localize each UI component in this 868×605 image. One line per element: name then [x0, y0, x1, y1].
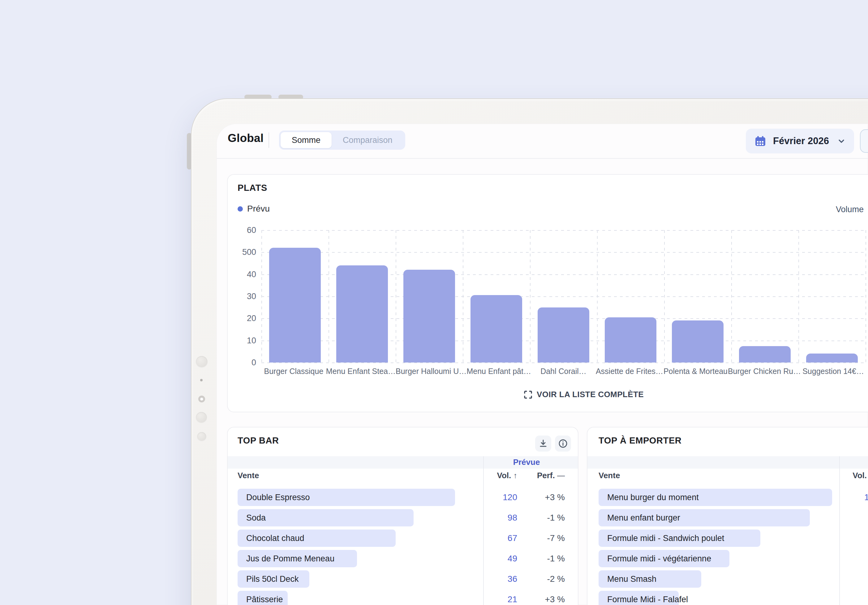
bar-4[interactable]	[471, 295, 522, 363]
top-bar-rows: Double Espresso120+3 %Soda98-1 %Chocolat…	[228, 489, 578, 605]
see-full-list-label: VOIR LA LISTE COMPLÈTE	[537, 390, 644, 399]
bar-column	[731, 230, 798, 363]
chart-x-axis: Burger ClassiqueMenu Enfant Stea…Burger …	[261, 367, 865, 376]
header-divider-vertical	[268, 132, 269, 148]
row-bar-pill: Double Espresso	[237, 489, 455, 506]
table-row[interactable]: Soda98-1 %	[228, 509, 578, 529]
table-row[interactable]: Menu Smash	[587, 570, 868, 591]
bar-column	[798, 230, 865, 363]
bar-7[interactable]	[672, 320, 724, 363]
sort-asc-icon: ↑	[513, 471, 518, 480]
app-screen: Global Somme Comparaison Février 2026	[217, 124, 868, 605]
download-button[interactable]	[535, 436, 551, 451]
bar-6[interactable]	[605, 317, 656, 363]
row-bar-pill: Formule midi - Sandwich poulet	[598, 529, 760, 547]
bar-column	[261, 230, 329, 363]
bar-9[interactable]	[806, 354, 858, 363]
camera-lens-small	[198, 396, 205, 402]
row-label: Pâtisserie	[246, 595, 283, 604]
top-emporter-rows: Menu burger du moment1Menu enfant burger…	[587, 489, 868, 605]
column-header-vol[interactable]: Vol. ↑	[463, 471, 517, 480]
row-vol-value: 98	[463, 509, 517, 526]
row-label: Formule Midi - Falafel	[607, 595, 688, 604]
info-icon	[558, 439, 568, 448]
table-row[interactable]: Double Espresso120+3 %	[228, 489, 578, 509]
x-axis-label: Assiette de Frites…	[596, 367, 663, 376]
chart-bars	[261, 230, 865, 363]
row-label: Menu burger du moment	[607, 493, 699, 502]
table-row[interactable]: Pâtisserie21+3 %	[228, 591, 578, 605]
view-mode-tabs: Somme Comparaison	[279, 130, 405, 150]
bar-2[interactable]	[336, 265, 388, 363]
row-label: Menu enfant burger	[607, 513, 680, 523]
bar-5[interactable]	[538, 307, 589, 363]
table-row[interactable]: Formule midi - Sandwich poulet	[587, 529, 868, 550]
row-bar-pill: Formule Midi - Falafel	[598, 591, 679, 605]
camera-flash	[197, 432, 206, 441]
bar-column	[530, 230, 597, 363]
row-bar-pill: Menu Smash	[598, 570, 701, 588]
x-axis-label: Burger Classique	[261, 367, 326, 376]
plats-card: PLATS Prévu Volume 60500403020100 Burger…	[227, 174, 868, 412]
row-label: Soda	[246, 513, 266, 523]
expand-icon	[524, 390, 532, 399]
table-row[interactable]: Menu burger du moment1	[587, 489, 868, 509]
y-tick-label: 60	[228, 225, 256, 235]
x-axis-label: Polenta & Morteau	[663, 367, 728, 376]
date-picker[interactable]: Février 2026	[746, 129, 854, 154]
y-tick-label: 500	[228, 247, 256, 257]
row-perf-value: -2 %	[522, 570, 565, 588]
bar-column	[463, 230, 530, 363]
row-bar-pill: Menu enfant burger	[598, 509, 810, 526]
bar-3[interactable]	[403, 270, 455, 363]
y-tick-label: 0	[228, 358, 256, 368]
bar-1[interactable]	[269, 248, 321, 363]
camera-mic-dot	[200, 379, 203, 382]
bar-column	[597, 230, 664, 363]
see-full-list-button[interactable]: VOIR LA LISTE COMPLÈTE	[524, 390, 644, 399]
row-label: Formule midi - végétarienne	[607, 554, 711, 563]
y-tick-label: 20	[228, 313, 256, 323]
x-axis-label: Burger Chicken Ru…	[728, 367, 801, 376]
table-row[interactable]: Jus de Pomme Meneau49-1 %	[228, 550, 578, 570]
row-vol-value: 120	[463, 489, 517, 506]
column-header-perf[interactable]: Perf. —	[522, 471, 565, 480]
forecast-group-header	[587, 456, 868, 468]
table-row[interactable]: Formule Midi - Falafel	[587, 591, 868, 605]
info-button[interactable]	[555, 436, 571, 451]
table-row[interactable]: Formule midi - végétarienne	[587, 550, 868, 570]
row-label: Jus de Pomme Meneau	[246, 554, 335, 563]
legend-dot	[237, 206, 243, 212]
row-vol-value: 36	[463, 570, 517, 588]
row-bar-pill: Pâtisserie	[237, 591, 288, 605]
legend-label: Prévu	[247, 204, 270, 214]
metric-selector[interactable]: Volume	[836, 205, 868, 214]
row-bar-pill: Menu burger du moment	[598, 489, 832, 506]
tab-somme[interactable]: Somme	[281, 132, 332, 148]
page: Global Somme Comparaison Février 2026	[0, 0, 868, 605]
row-label: Pils 50cl Deck	[246, 574, 299, 584]
date-picker-label: Février 2026	[773, 135, 829, 147]
x-axis-label: Menu Enfant pât…	[467, 367, 531, 376]
y-tick-label: 30	[228, 292, 256, 301]
header-extra-button[interactable]	[860, 129, 868, 153]
table-row[interactable]: Chocolat chaud67-7 %	[228, 529, 578, 550]
x-axis-label: Dahl Corail…	[531, 367, 596, 376]
row-bar-pill: Jus de Pomme Meneau	[237, 550, 357, 567]
table-row[interactable]: Pils 50cl Deck36-2 %	[228, 570, 578, 591]
bar-8[interactable]	[739, 346, 790, 363]
forecast-group-label: Prévue	[513, 458, 540, 467]
calendar-icon	[754, 135, 767, 147]
header-divider	[217, 158, 868, 159]
tab-comparaison[interactable]: Comparaison	[332, 132, 404, 148]
column-header-vol[interactable]: Vol.	[829, 471, 867, 480]
bar-column	[664, 230, 731, 363]
page-title: Global	[228, 132, 264, 145]
chart-plot-area	[261, 230, 865, 363]
y-tick-label: 40	[228, 269, 256, 279]
row-bar-pill: Formule midi - végétarienne	[598, 550, 729, 567]
row-perf-value: +3 %	[522, 591, 565, 605]
row-perf-value: -1 %	[522, 550, 565, 567]
table-row[interactable]: Menu enfant burger	[587, 509, 868, 529]
column-header-vente: Vente	[237, 471, 259, 480]
